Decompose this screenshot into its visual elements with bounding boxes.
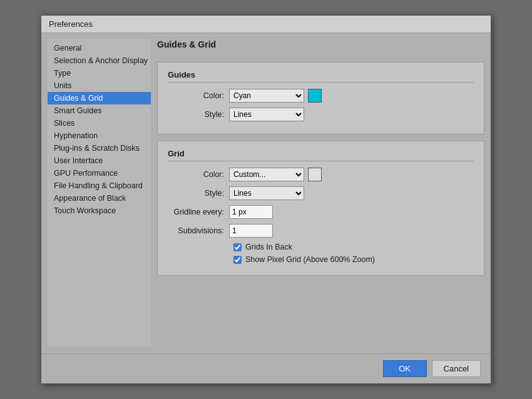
grid-color-label: Color: xyxy=(168,170,224,179)
grids-in-back-checkbox[interactable] xyxy=(233,243,242,251)
grid-style-label: Style: xyxy=(168,189,224,198)
sidebar-item-smart-guides[interactable]: Smart Guides xyxy=(48,104,151,117)
dialog-footer: OK Cancel xyxy=(41,353,491,383)
grid-style-select[interactable]: LinesDashed LinesDots xyxy=(229,186,304,200)
dialog-title: Preferences xyxy=(49,19,93,29)
sidebar-item-plugins[interactable]: Plug-ins & Scratch Disks xyxy=(48,142,151,154)
cancel-button[interactable]: Cancel xyxy=(432,360,481,377)
ok-button[interactable]: OK xyxy=(383,360,427,377)
gridline-label: Gridline every: xyxy=(168,208,224,216)
content-area: Guides & Grid Guides Color: CyanLight Bl… xyxy=(157,39,484,347)
guides-style-select[interactable]: LinesDashed LinesDots xyxy=(229,108,304,121)
sidebar: GeneralSelection & Anchor DisplayTypeUni… xyxy=(48,39,151,347)
content-title: Guides & Grid xyxy=(157,39,484,49)
sidebar-item-units[interactable]: Units xyxy=(48,79,151,92)
grid-style-row: Style: LinesDashed LinesDots xyxy=(168,186,474,200)
sidebar-item-type[interactable]: Type xyxy=(48,67,151,79)
gridline-input[interactable] xyxy=(229,205,273,219)
show-pixel-grid-label: Show Pixel Grid (Above 600% Zoom) xyxy=(245,255,375,264)
show-pixel-grid-row: Show Pixel Grid (Above 600% Zoom) xyxy=(233,255,474,264)
sidebar-item-appearance-of-black[interactable]: Appearance of Black xyxy=(48,192,151,205)
subdivisions-input[interactable] xyxy=(229,224,273,238)
guides-color-label: Color: xyxy=(168,91,224,100)
guides-section-title: Guides xyxy=(168,70,474,83)
sidebar-item-general[interactable]: General xyxy=(48,42,151,54)
grid-color-swatch[interactable] xyxy=(308,168,322,181)
sidebar-item-selection-anchor[interactable]: Selection & Anchor Display xyxy=(48,54,151,67)
sidebar-item-slices[interactable]: Slices xyxy=(48,117,151,129)
grid-section-title: Grid xyxy=(168,149,474,161)
grids-in-back-row: Grids In Back xyxy=(233,243,474,251)
sidebar-item-hyphenation[interactable]: Hyphenation xyxy=(48,129,151,142)
grids-in-back-label: Grids In Back xyxy=(245,243,292,251)
guides-style-row: Style: LinesDashed LinesDots xyxy=(168,108,474,121)
sidebar-item-gpu-performance[interactable]: GPU Performance xyxy=(48,167,151,179)
guides-color-row: Color: CyanLight BlueGreenYellowRedCusto… xyxy=(168,89,474,103)
guides-color-swatch[interactable] xyxy=(308,89,322,103)
subdivisions-row: Subdivisions: xyxy=(168,224,474,238)
preferences-dialog: Preferences GeneralSelection & Anchor Di… xyxy=(41,15,491,384)
sidebar-item-file-handling[interactable]: File Handling & Clipboard xyxy=(48,179,151,192)
show-pixel-grid-checkbox[interactable] xyxy=(233,256,242,264)
gridline-row: Gridline every: xyxy=(168,205,474,219)
grid-section: Grid Color: Custom...CyanLight BlueGreen… xyxy=(157,141,484,276)
guides-section: Guides Color: CyanLight BlueGreenYellowR… xyxy=(157,62,484,134)
guides-color-select[interactable]: CyanLight BlueGreenYellowRedCustom... xyxy=(229,89,304,103)
subdivisions-label: Subdivisions: xyxy=(168,226,224,235)
sidebar-item-user-interface[interactable]: User Interface xyxy=(48,154,151,167)
guides-style-label: Style: xyxy=(168,110,224,119)
grid-color-select[interactable]: Custom...CyanLight BlueGreenYellowRed xyxy=(229,168,304,181)
sidebar-item-touch-workspace[interactable]: Touch Workspace xyxy=(48,205,151,217)
sidebar-item-guides-grid[interactable]: Guides & Grid xyxy=(48,92,151,104)
dialog-body: GeneralSelection & Anchor DisplayTypeUni… xyxy=(41,33,491,353)
grid-color-row: Color: Custom...CyanLight BlueGreenYello… xyxy=(168,168,474,181)
dialog-titlebar: Preferences xyxy=(41,16,491,33)
